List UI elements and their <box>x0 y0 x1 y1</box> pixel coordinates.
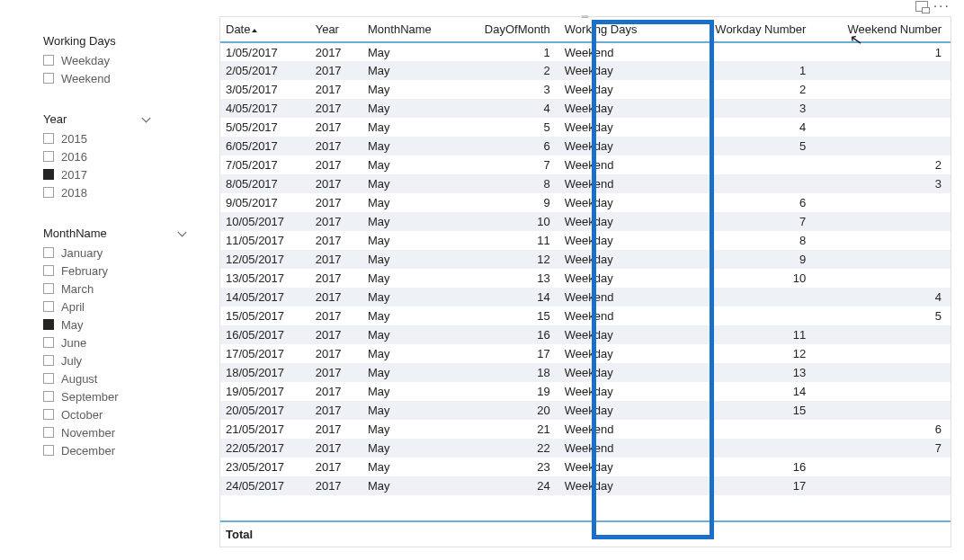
checkbox-icon[interactable] <box>43 133 54 144</box>
slicer-item-year[interactable]: 2018 <box>43 183 219 201</box>
slicer-item-label: August <box>61 372 97 386</box>
table-row[interactable]: 13/05/20172017May13Weekday10 <box>220 269 951 288</box>
table-row[interactable]: 4/05/20172017May4Weekday3 <box>220 99 951 118</box>
cell-workday-number: 6 <box>666 193 815 212</box>
chevron-down-icon[interactable] <box>178 229 187 238</box>
table-row[interactable]: 14/05/20172017May14Weekend4 <box>220 288 951 307</box>
checkbox-icon[interactable] <box>43 337 54 348</box>
checkbox-icon[interactable] <box>43 247 54 258</box>
cell-year: 2017 <box>310 250 362 269</box>
slicer-item-month[interactable]: March <box>43 280 219 298</box>
column-header-date[interactable]: Date <box>220 17 310 42</box>
slicer-item-month[interactable]: April <box>43 298 219 316</box>
cell-date: 23/05/2017 <box>220 458 310 476</box>
cell-year: 2017 <box>310 42 362 61</box>
table-row[interactable]: 17/05/20172017May17Weekday12 <box>220 344 951 363</box>
column-header-weekend-number[interactable]: Weekend Number <box>815 17 951 42</box>
cell-date: 18/05/2017 <box>220 363 310 382</box>
slicer-item-working-days[interactable]: Weekend <box>43 69 219 87</box>
checkbox-icon[interactable] <box>43 409 54 420</box>
checkbox-icon[interactable] <box>43 169 54 180</box>
table-row[interactable]: 2/05/20172017May2Weekday1 <box>220 61 951 80</box>
cell-weekend-number <box>815 476 951 495</box>
slicer-item-month[interactable]: June <box>43 333 219 351</box>
column-header-working-days[interactable]: Working Days <box>559 17 666 42</box>
slicer-item-month[interactable]: December <box>43 441 219 459</box>
cell-date: 17/05/2017 <box>220 344 310 363</box>
table-visual[interactable]: ═ ··· Date Year MonthName DayOfMonth Wor… <box>219 16 951 547</box>
table-scroll[interactable]: Date Year MonthName DayOfMonth Working D… <box>220 17 951 520</box>
table-row[interactable]: 11/05/20172017May11Weekday8 <box>220 231 951 250</box>
cell-dayofmonth: 1 <box>459 42 559 61</box>
checkbox-icon[interactable] <box>43 283 54 294</box>
checkbox-icon[interactable] <box>43 391 54 402</box>
chevron-down-icon[interactable] <box>142 115 151 124</box>
cell-dayofmonth: 10 <box>459 212 559 231</box>
table-row[interactable]: 9/05/20172017May9Weekday6 <box>220 193 951 212</box>
column-header-monthname[interactable]: MonthName <box>362 17 459 42</box>
cell-month: May <box>362 439 459 458</box>
checkbox-icon[interactable] <box>43 301 54 312</box>
cell-month: May <box>362 363 459 382</box>
checkbox-icon[interactable] <box>43 265 54 276</box>
column-header-workday-number[interactable]: Workday Number <box>666 17 815 42</box>
cell-month: May <box>362 325 459 344</box>
cell-dayofmonth: 20 <box>459 401 559 420</box>
checkbox-icon[interactable] <box>43 373 54 384</box>
cell-year: 2017 <box>310 325 362 344</box>
slicer-item-year[interactable]: 2017 <box>43 165 219 183</box>
slicer-item-month[interactable]: October <box>43 405 219 423</box>
table-row[interactable]: 20/05/20172017May20Weekday15 <box>220 401 951 420</box>
table-row[interactable]: 5/05/20172017May5Weekday4 <box>220 118 951 137</box>
table-row[interactable]: 15/05/20172017May15Weekend5 <box>220 307 951 325</box>
cell-year: 2017 <box>310 288 362 307</box>
slicer-item-year[interactable]: 2016 <box>43 147 219 165</box>
table-row[interactable]: 1/05/20172017May1Weekend1 <box>220 42 951 61</box>
checkbox-icon[interactable] <box>43 445 54 456</box>
more-options-icon[interactable]: ··· <box>933 2 951 11</box>
checkbox-icon[interactable] <box>43 427 54 438</box>
table-row[interactable]: 12/05/20172017May12Weekday9 <box>220 250 951 269</box>
cell-workday-number: 5 <box>666 137 815 156</box>
table-row[interactable]: 24/05/20172017May24Weekday17 <box>220 476 951 495</box>
checkbox-icon[interactable] <box>43 319 54 330</box>
focus-mode-icon[interactable] <box>915 1 928 12</box>
column-header-year[interactable]: Year <box>310 17 362 42</box>
cell-working-days: Weekday <box>559 80 666 99</box>
table-row[interactable]: 19/05/20172017May19Weekday14 <box>220 382 951 401</box>
table-row[interactable]: 3/05/20172017May3Weekday2 <box>220 80 951 99</box>
cell-date: 1/05/2017 <box>220 42 310 61</box>
slicer-item-label: June <box>61 336 86 350</box>
slicer-item-month[interactable]: February <box>43 262 219 280</box>
slicer-item-month[interactable]: November <box>43 423 219 441</box>
slicer-item-working-days[interactable]: Weekday <box>43 51 219 69</box>
table-row[interactable]: 22/05/20172017May22Weekend7 <box>220 439 951 458</box>
checkbox-icon[interactable] <box>43 151 54 162</box>
slicer-item-month[interactable]: January <box>43 244 219 262</box>
table-row[interactable]: 18/05/20172017May18Weekday13 <box>220 363 951 382</box>
slicer-item-month[interactable]: July <box>43 351 219 369</box>
cell-weekend-number <box>815 99 951 118</box>
table-row[interactable]: 21/05/20172017May21Weekend6 <box>220 420 951 439</box>
cell-weekend-number <box>815 212 951 231</box>
checkbox-icon[interactable] <box>43 55 54 66</box>
table-row[interactable]: 6/05/20172017May6Weekday5 <box>220 137 951 156</box>
slicer-item-month[interactable]: August <box>43 369 219 387</box>
cell-month: May <box>362 476 459 495</box>
table-row[interactable]: 10/05/20172017May10Weekday7 <box>220 212 951 231</box>
column-header-dayofmonth[interactable]: DayOfMonth <box>459 17 559 42</box>
table-row[interactable]: 7/05/20172017May7Weekend2 <box>220 156 951 174</box>
checkbox-icon[interactable] <box>43 187 54 198</box>
slicer-item-month[interactable]: September <box>43 387 219 405</box>
slicer-item-year[interactable]: 2015 <box>43 129 219 147</box>
table-row[interactable]: 16/05/20172017May16Weekday11 <box>220 325 951 344</box>
table-row[interactable]: 23/05/20172017May23Weekday16 <box>220 458 951 476</box>
slicer-item-month[interactable]: May <box>43 316 219 333</box>
cell-working-days: Weekend <box>559 307 666 325</box>
cell-year: 2017 <box>310 269 362 288</box>
table-row[interactable]: 8/05/20172017May8Weekend3 <box>220 174 951 193</box>
cell-working-days: Weekday <box>559 401 666 420</box>
drag-handle-icon[interactable]: ═ <box>572 12 599 15</box>
checkbox-icon[interactable] <box>43 355 54 366</box>
checkbox-icon[interactable] <box>43 73 54 84</box>
